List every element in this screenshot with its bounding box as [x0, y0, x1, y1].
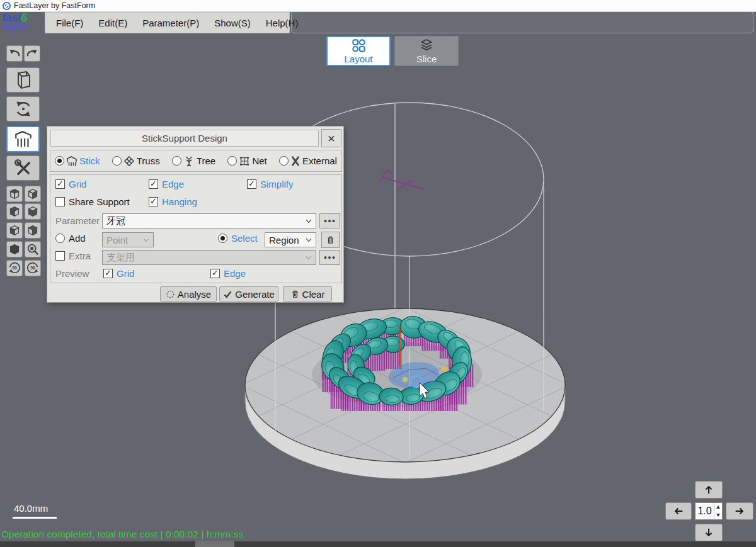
preview-label: Preview [55, 268, 89, 279]
menubar: File(F) Edit(E) Parameter(P) Show(S) Hel… [45, 12, 290, 33]
clear-button[interactable]: Clear [283, 286, 332, 302]
redo-button[interactable] [24, 45, 40, 62]
zoom-fit-button[interactable] [25, 241, 41, 257]
truss-radio[interactable] [112, 156, 122, 166]
rotate-90-ccw-button[interactable]: 90 [25, 260, 41, 276]
svg-text:90: 90 [30, 266, 35, 270]
parameter-combo[interactable]: 牙冠 [102, 213, 316, 228]
top-toolbar-panel [291, 11, 753, 33]
stick-support-icon [13, 129, 33, 149]
menu-file[interactable]: File(F) [56, 18, 83, 28]
type-external[interactable]: External [279, 155, 337, 167]
view-left-button[interactable] [6, 222, 23, 239]
window-title: FastLayer by FastForm [14, 1, 95, 10]
step-value-spinner[interactable]: 1.0 [695, 502, 723, 520]
menu-parameter[interactable]: Parameter(P) [142, 18, 199, 28]
model-button[interactable] [6, 67, 40, 93]
select-radio[interactable]: Select [218, 233, 258, 244]
type-truss[interactable]: Truss [112, 155, 160, 167]
truss-icon [123, 155, 135, 167]
external-icon [290, 155, 301, 167]
undo-button[interactable] [6, 45, 23, 62]
view-front-button[interactable] [6, 203, 23, 220]
view-top-button[interactable] [6, 186, 23, 202]
hanging-checkbox[interactable]: Hanging [149, 196, 197, 207]
right-arrow-icon [733, 505, 746, 517]
step-value[interactable]: 1.0 [696, 505, 714, 517]
tools-button[interactable] [6, 155, 40, 181]
delete-region-button[interactable] [321, 232, 340, 248]
view-right-button[interactable] [25, 222, 41, 239]
analyse-icon [166, 290, 175, 299]
external-radio[interactable] [279, 156, 289, 166]
spin-up-button[interactable] [714, 503, 722, 511]
edge-checkbox[interactable]: Edge [149, 179, 184, 189]
point-combo: Point [102, 232, 154, 247]
view-bottom-button[interactable] [25, 203, 41, 220]
stick-support-dialog: StickSupport Design × Stick Truss Tree [47, 126, 344, 303]
generate-button[interactable]: Generate [219, 286, 278, 302]
tree-radio[interactable] [172, 156, 181, 166]
slice-layers-icon [419, 38, 434, 53]
extra-more-button[interactable]: ●●● [319, 250, 340, 265]
scale-bar [13, 517, 57, 519]
support-button[interactable] [6, 126, 40, 152]
chevron-down-icon [306, 238, 312, 242]
parameter-label: Parameter [55, 215, 100, 226]
chevron-down-icon [143, 238, 149, 242]
region-combo[interactable]: Region [265, 232, 316, 247]
chevron-down-icon [306, 219, 312, 223]
slice-button[interactable]: Slice [394, 36, 459, 66]
layout-grid-icon [352, 38, 366, 53]
rotate-button[interactable] [6, 96, 40, 121]
up-arrow-icon [703, 483, 714, 496]
scale-label: 40.0mm [14, 503, 48, 514]
options-group: Grid Edge Simplify Share Support Hanging… [50, 174, 342, 283]
extra-checkbox[interactable]: Extra [55, 251, 91, 261]
menu-show[interactable]: Show(S) [214, 18, 251, 28]
menu-edit[interactable]: Edit(E) [98, 18, 127, 28]
preview-edge-checkbox[interactable]: Edge [210, 268, 246, 279]
status-message: Operation completed, total time cost [ 0… [1, 529, 243, 540]
type-net[interactable]: Net [227, 155, 266, 167]
dialog-title[interactable]: StickSupport Design [50, 130, 319, 147]
app-logo: fast6layer [2, 13, 26, 31]
rotate-icon [14, 99, 33, 118]
simplify-checkbox[interactable]: Simplify [247, 179, 294, 189]
bottom-window-edge [0, 541, 756, 547]
spin-down-button[interactable] [714, 511, 722, 519]
view-isometric-button[interactable] [6, 241, 23, 257]
pan-left-button[interactable] [665, 502, 692, 520]
magnifier-icon [26, 242, 40, 256]
stick-icon [66, 155, 77, 167]
menu-help[interactable]: Help(H) [266, 18, 299, 28]
pan-up-button[interactable] [695, 481, 723, 499]
preview-grid-checkbox[interactable]: Grid [103, 268, 134, 279]
close-button[interactable]: × [321, 129, 341, 147]
app-icon [3, 2, 11, 10]
view-back-button[interactable] [25, 186, 41, 202]
chevron-down-icon [306, 256, 312, 260]
tools-icon [14, 159, 33, 178]
add-radio[interactable]: Add [55, 233, 86, 244]
check-icon [223, 290, 232, 299]
type-stick[interactable]: Stick [55, 155, 100, 167]
rotate-90-cw-button[interactable]: 90 [6, 260, 23, 276]
share-support-checkbox[interactable]: Share Support [55, 196, 130, 207]
trash-icon [326, 235, 335, 245]
pan-down-button[interactable] [695, 524, 723, 541]
trash-icon [290, 289, 300, 299]
model-part-icon [14, 70, 33, 90]
net-radio[interactable] [227, 156, 237, 166]
parameter-more-button[interactable]: ●●● [319, 213, 340, 228]
grid-checkbox[interactable]: Grid [55, 179, 86, 189]
stick-radio[interactable] [55, 156, 64, 166]
extra-combo: 支架用 [102, 250, 316, 265]
svg-text:90: 90 [12, 266, 17, 270]
support-type-row: Stick Truss Tree Net [50, 150, 342, 172]
analyse-button[interactable]: Analyse [160, 286, 217, 302]
type-tree[interactable]: Tree [172, 155, 215, 167]
layout-button[interactable]: Layout [326, 36, 391, 66]
pan-right-button[interactable] [726, 502, 753, 520]
window-titlebar: FastLayer by FastForm [0, 0, 756, 12]
